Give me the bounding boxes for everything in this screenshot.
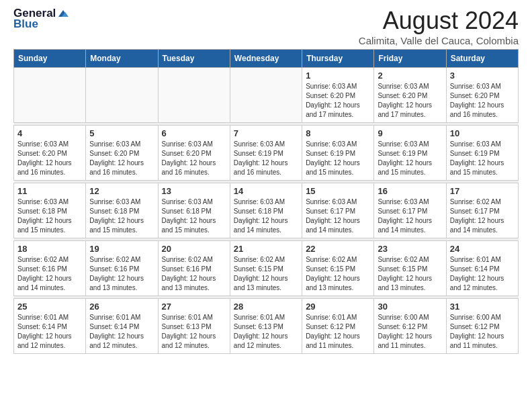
day-number: 31 xyxy=(450,302,515,312)
day-info: Sunrise: 6:03 AM Sunset: 6:20 PM Dayligh… xyxy=(17,140,82,177)
table-row: 2Sunrise: 6:03 AM Sunset: 6:20 PM Daylig… xyxy=(374,68,446,123)
day-info: Sunrise: 6:00 AM Sunset: 6:12 PM Dayligh… xyxy=(378,313,442,351)
day-number: 14 xyxy=(234,186,298,196)
day-number: 18 xyxy=(17,244,82,254)
day-info: Sunrise: 6:03 AM Sunset: 6:20 PM Dayligh… xyxy=(89,140,154,177)
day-info: Sunrise: 6:03 AM Sunset: 6:20 PM Dayligh… xyxy=(378,82,442,120)
header: General Blue August 2024 Calimita, Valle… xyxy=(13,7,519,46)
day-number: 7 xyxy=(234,128,298,138)
day-info: Sunrise: 6:02 AM Sunset: 6:15 PM Dayligh… xyxy=(306,255,370,293)
day-number: 30 xyxy=(378,302,442,312)
table-row: 18Sunrise: 6:02 AM Sunset: 6:16 PM Dayli… xyxy=(14,241,86,296)
day-number: 13 xyxy=(162,186,226,196)
day-info: Sunrise: 6:01 AM Sunset: 6:14 PM Dayligh… xyxy=(450,255,515,293)
table-row: 16Sunrise: 6:03 AM Sunset: 6:17 PM Dayli… xyxy=(374,183,446,238)
day-number: 8 xyxy=(306,128,370,138)
table-row: 5Sunrise: 6:03 AM Sunset: 6:20 PM Daylig… xyxy=(86,126,158,181)
table-row: 28Sunrise: 6:01 AM Sunset: 6:13 PM Dayli… xyxy=(230,299,302,354)
calendar-header-row: Sunday Monday Tuesday Wednesday Thursday… xyxy=(14,50,519,68)
calendar-week-row: 25Sunrise: 6:01 AM Sunset: 6:14 PM Dayli… xyxy=(14,299,519,354)
day-number: 1 xyxy=(306,71,370,81)
day-info: Sunrise: 6:03 AM Sunset: 6:19 PM Dayligh… xyxy=(378,140,442,177)
table-row: 7Sunrise: 6:03 AM Sunset: 6:19 PM Daylig… xyxy=(230,126,302,181)
table-row: 9Sunrise: 6:03 AM Sunset: 6:19 PM Daylig… xyxy=(374,126,446,181)
day-number: 21 xyxy=(234,244,298,254)
table-row: 23Sunrise: 6:02 AM Sunset: 6:15 PM Dayli… xyxy=(374,241,446,296)
day-info: Sunrise: 6:01 AM Sunset: 6:12 PM Dayligh… xyxy=(306,313,370,351)
day-number: 6 xyxy=(162,128,226,138)
logo: General Blue xyxy=(13,7,69,31)
day-info: Sunrise: 6:01 AM Sunset: 6:14 PM Dayligh… xyxy=(17,313,82,351)
calendar: Sunday Monday Tuesday Wednesday Thursday… xyxy=(13,49,519,354)
month-title: August 2024 xyxy=(359,7,519,35)
day-number: 23 xyxy=(378,244,442,254)
day-number: 24 xyxy=(450,244,515,254)
subtitle: Calimita, Valle del Cauca, Colombia xyxy=(359,35,519,46)
col-saturday: Saturday xyxy=(446,50,518,68)
table-row xyxy=(86,68,158,123)
day-info: Sunrise: 6:03 AM Sunset: 6:17 PM Dayligh… xyxy=(306,197,370,235)
day-number: 2 xyxy=(378,71,442,81)
calendar-week-row: 18Sunrise: 6:02 AM Sunset: 6:16 PM Dayli… xyxy=(14,241,519,296)
table-row: 24Sunrise: 6:01 AM Sunset: 6:14 PM Dayli… xyxy=(446,241,518,296)
page: General Blue August 2024 Calimita, Valle… xyxy=(0,0,532,361)
day-number: 16 xyxy=(378,186,442,196)
day-number: 11 xyxy=(17,186,82,196)
col-friday: Friday xyxy=(374,50,446,68)
day-info: Sunrise: 6:01 AM Sunset: 6:14 PM Dayligh… xyxy=(89,313,154,351)
table-row: 3Sunrise: 6:03 AM Sunset: 6:20 PM Daylig… xyxy=(446,68,518,123)
day-number: 12 xyxy=(89,186,154,196)
table-row: 4Sunrise: 6:03 AM Sunset: 6:20 PM Daylig… xyxy=(14,126,86,181)
day-number: 27 xyxy=(162,302,226,312)
table-row: 27Sunrise: 6:01 AM Sunset: 6:13 PM Dayli… xyxy=(158,299,230,354)
calendar-week-row: 4Sunrise: 6:03 AM Sunset: 6:20 PM Daylig… xyxy=(14,126,519,181)
day-number: 19 xyxy=(89,244,154,254)
day-info: Sunrise: 6:01 AM Sunset: 6:13 PM Dayligh… xyxy=(234,313,298,351)
day-info: Sunrise: 6:03 AM Sunset: 6:19 PM Dayligh… xyxy=(306,140,370,177)
day-number: 9 xyxy=(378,128,442,138)
day-number: 10 xyxy=(450,128,515,138)
table-row: 6Sunrise: 6:03 AM Sunset: 6:20 PM Daylig… xyxy=(158,126,230,181)
day-info: Sunrise: 6:02 AM Sunset: 6:16 PM Dayligh… xyxy=(89,255,154,293)
day-number: 26 xyxy=(89,302,154,312)
table-row: 26Sunrise: 6:01 AM Sunset: 6:14 PM Dayli… xyxy=(86,299,158,354)
day-number: 22 xyxy=(306,244,370,254)
col-wednesday: Wednesday xyxy=(230,50,302,68)
logo-blue: Blue xyxy=(13,17,38,31)
day-number: 28 xyxy=(234,302,298,312)
day-info: Sunrise: 6:03 AM Sunset: 6:19 PM Dayligh… xyxy=(450,140,515,177)
day-info: Sunrise: 6:03 AM Sunset: 6:18 PM Dayligh… xyxy=(162,197,226,235)
table-row: 13Sunrise: 6:03 AM Sunset: 6:18 PM Dayli… xyxy=(158,183,230,238)
calendar-week-row: 11Sunrise: 6:03 AM Sunset: 6:18 PM Dayli… xyxy=(14,183,519,238)
day-number: 29 xyxy=(306,302,370,312)
table-row xyxy=(158,68,230,123)
day-info: Sunrise: 6:02 AM Sunset: 6:16 PM Dayligh… xyxy=(17,255,82,293)
day-number: 4 xyxy=(17,128,82,138)
day-number: 25 xyxy=(17,302,82,312)
day-info: Sunrise: 6:02 AM Sunset: 6:17 PM Dayligh… xyxy=(450,197,515,235)
table-row: 21Sunrise: 6:02 AM Sunset: 6:15 PM Dayli… xyxy=(230,241,302,296)
day-info: Sunrise: 6:03 AM Sunset: 6:18 PM Dayligh… xyxy=(17,197,82,235)
day-info: Sunrise: 6:01 AM Sunset: 6:13 PM Dayligh… xyxy=(162,313,226,351)
day-info: Sunrise: 6:02 AM Sunset: 6:15 PM Dayligh… xyxy=(234,255,298,293)
table-row: 8Sunrise: 6:03 AM Sunset: 6:19 PM Daylig… xyxy=(302,126,374,181)
day-info: Sunrise: 6:03 AM Sunset: 6:18 PM Dayligh… xyxy=(89,197,154,235)
day-info: Sunrise: 6:03 AM Sunset: 6:20 PM Dayligh… xyxy=(450,82,515,120)
table-row: 29Sunrise: 6:01 AM Sunset: 6:12 PM Dayli… xyxy=(302,299,374,354)
day-info: Sunrise: 6:02 AM Sunset: 6:15 PM Dayligh… xyxy=(378,255,442,293)
table-row: 31Sunrise: 6:00 AM Sunset: 6:12 PM Dayli… xyxy=(446,299,518,354)
day-number: 3 xyxy=(450,71,515,81)
table-row: 25Sunrise: 6:01 AM Sunset: 6:14 PM Dayli… xyxy=(14,299,86,354)
table-row: 20Sunrise: 6:02 AM Sunset: 6:16 PM Dayli… xyxy=(158,241,230,296)
title-block: August 2024 Calimita, Valle del Cauca, C… xyxy=(359,7,519,46)
col-thursday: Thursday xyxy=(302,50,374,68)
table-row: 12Sunrise: 6:03 AM Sunset: 6:18 PM Dayli… xyxy=(86,183,158,238)
day-info: Sunrise: 6:03 AM Sunset: 6:20 PM Dayligh… xyxy=(162,140,226,177)
day-number: 20 xyxy=(162,244,226,254)
calendar-week-row: 1Sunrise: 6:03 AM Sunset: 6:20 PM Daylig… xyxy=(14,68,519,123)
table-row xyxy=(230,68,302,123)
day-info: Sunrise: 6:03 AM Sunset: 6:20 PM Dayligh… xyxy=(306,82,370,120)
day-info: Sunrise: 6:03 AM Sunset: 6:17 PM Dayligh… xyxy=(378,197,442,235)
day-info: Sunrise: 6:03 AM Sunset: 6:19 PM Dayligh… xyxy=(234,140,298,177)
table-row: 15Sunrise: 6:03 AM Sunset: 6:17 PM Dayli… xyxy=(302,183,374,238)
